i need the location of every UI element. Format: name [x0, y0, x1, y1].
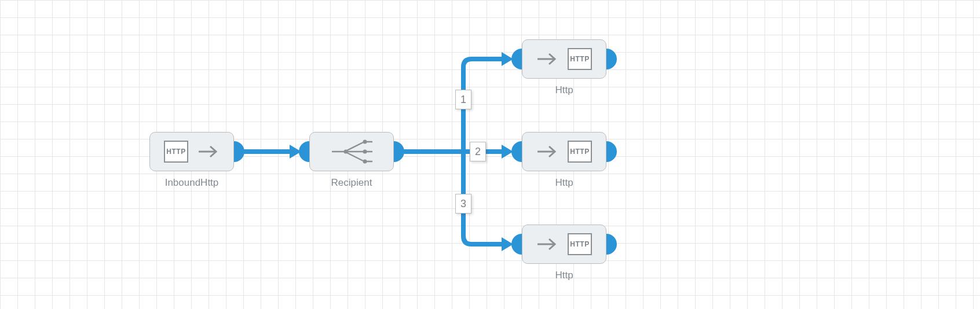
port-out-recipient [394, 141, 404, 162]
http-icon: HTTP [570, 240, 589, 248]
router-split-icon [328, 137, 375, 167]
arrow-right-icon [198, 145, 220, 159]
port-in-http1 [511, 49, 522, 69]
http-icon: HTTP [166, 148, 185, 156]
node-label-http-3: Http [506, 270, 622, 281]
port-out-inbound [234, 141, 244, 162]
node-http-2[interactable]: HTTP [522, 132, 606, 171]
port-in-http2 [511, 141, 522, 162]
arrowhead-icon [290, 145, 301, 159]
branch-badge-2[interactable]: 2 [470, 142, 486, 161]
arrowhead-icon [502, 145, 513, 159]
arrowhead-icon [502, 237, 513, 251]
arrowhead-icon [502, 52, 513, 66]
arrow-right-icon [536, 145, 558, 159]
svg-point-4 [363, 140, 367, 144]
diagram-canvas[interactable]: HTTP InboundHttp Recipient [0, 0, 980, 309]
arrow-right-icon [536, 237, 558, 251]
node-inbound-http[interactable]: HTTP [149, 132, 234, 171]
node-label-inbound: InboundHttp [134, 177, 250, 189]
svg-line-9 [347, 153, 363, 161]
arrow-right-icon [536, 52, 558, 66]
branch-badge-3[interactable]: 3 [455, 194, 471, 214]
node-label-http-1: Http [506, 84, 622, 96]
svg-point-7 [363, 150, 367, 154]
node-label-http-2: Http [506, 177, 622, 189]
branch-badge-1[interactable]: 1 [455, 90, 471, 109]
svg-line-3 [347, 142, 363, 150]
node-label-recipient: Recipient [294, 177, 409, 189]
port-in-recipient [299, 141, 309, 162]
node-recipient[interactable] [309, 132, 394, 171]
port-out-http2 [606, 141, 617, 162]
http-icon: HTTP [570, 55, 589, 63]
node-http-1[interactable]: HTTP [522, 39, 606, 79]
port-out-http3 [606, 234, 617, 255]
node-http-3[interactable]: HTTP [522, 225, 606, 264]
svg-point-10 [363, 160, 367, 164]
port-in-http3 [511, 234, 522, 255]
http-icon: HTTP [570, 148, 589, 156]
port-out-http1 [606, 49, 617, 69]
